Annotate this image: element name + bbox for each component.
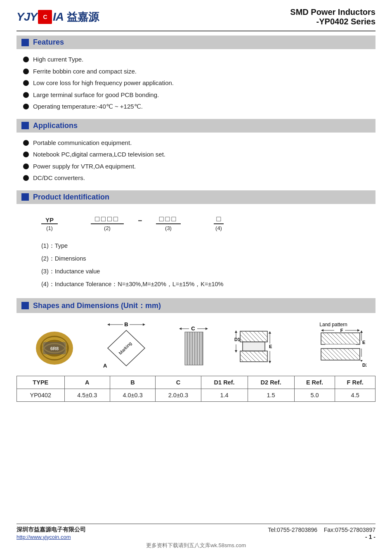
svg-line-80	[314, 349, 344, 371]
watermark: 更多资料下载请到五八文库wk.58sms.com	[17, 542, 375, 549]
cell-b: 4.0±0.3	[110, 389, 155, 402]
svg-line-54	[245, 351, 272, 371]
shapes-title: Shapes and Dimensions (Unit：mm)	[33, 301, 161, 311]
svg-marker-32	[235, 350, 237, 353]
shapes-icon	[21, 302, 29, 309]
col-e: E Ref.	[294, 376, 335, 389]
bullet-dot	[23, 152, 29, 157]
product-series: -YP0402 Series	[290, 17, 375, 26]
footer-row2: http://www.yjycoin.com - 1 -	[17, 534, 375, 540]
svg-rect-77	[325, 344, 356, 349]
col-d2: D2 Ref.	[248, 376, 294, 389]
logo: YJY C IA 益嘉源	[17, 10, 99, 24]
svg-marker-9	[107, 323, 110, 326]
svg-rect-78	[321, 349, 360, 360]
footer-page: - 1 -	[365, 534, 375, 540]
diagram-part3: □□□ (3)	[156, 215, 181, 231]
logo-area: YJY C IA 益嘉源	[17, 10, 99, 24]
part4-box: □	[217, 215, 221, 223]
list-item: Power supply for VTR,OA equipment.	[23, 162, 375, 171]
header-title: SMD Power Inductors -YP0402 Series	[290, 7, 375, 26]
svg-text:Land pattern: Land pattern	[319, 322, 347, 327]
list-item: Operating temperature:-40℃ ~ +125℃.	[23, 102, 375, 111]
cell-d2: 1.5	[248, 389, 294, 402]
bullet-dot	[23, 164, 29, 169]
bullet-dot	[23, 140, 29, 146]
col-f: F Ref.	[335, 376, 375, 389]
svg-text:E: E	[269, 344, 272, 349]
svg-text:Marking: Marking	[118, 341, 132, 356]
diamond-diagram: B A Marking	[97, 321, 155, 367]
svg-line-81	[319, 349, 348, 371]
land-pattern-diagram: Land pattern F	[300, 321, 358, 367]
table-row: YP0402 4.5±0.3 4.0±0.3 2.0±0.3 1.4 1.5 5…	[17, 389, 375, 402]
bullet-dot	[23, 57, 29, 62]
bullet-dot	[23, 104, 29, 109]
cell-a: 4.5±0.3	[64, 389, 110, 402]
svg-line-55	[249, 351, 276, 371]
applications-icon	[21, 122, 29, 129]
part3-num: (3)	[165, 225, 172, 231]
svg-marker-64	[357, 329, 360, 332]
diagram-part4: □ (4)	[214, 215, 224, 231]
svg-text:D2: D2	[362, 363, 366, 368]
svg-marker-30	[235, 330, 237, 333]
svg-marker-62	[321, 329, 324, 332]
legend-item: (4)：Inductance Tolerance：N=±30%,M=±20%，L…	[41, 280, 363, 289]
svg-marker-35	[269, 331, 271, 334]
col-a: A	[64, 376, 110, 389]
cell-f: 4.5	[335, 389, 375, 402]
svg-marker-19	[205, 327, 208, 330]
shapes-section-header: Shapes and Dimensions (Unit：mm)	[17, 298, 375, 313]
page: YJY C IA 益嘉源 SMD Power Inductors -YP0402…	[0, 0, 392, 555]
part3-boxes: □□□	[159, 215, 178, 223]
footer-fax: Fax:0755-27803897	[324, 527, 375, 533]
cell-e: 5.0	[294, 389, 335, 402]
svg-marker-37	[269, 361, 271, 363]
logo-icon-c: C	[38, 10, 52, 24]
svg-text:E: E	[362, 340, 365, 345]
product-id-diagram: YP (1) □□□□ (2) － □□□ (3)	[17, 208, 375, 237]
applications-title: Applications	[33, 121, 78, 130]
svg-rect-79	[321, 349, 360, 360]
col-type: TYPE	[17, 376, 65, 389]
svg-rect-65	[321, 333, 360, 344]
features-list: High current Type. Ferrite bobbin core a…	[17, 53, 375, 116]
svg-marker-92	[360, 330, 363, 333]
part4-num: (4)	[215, 225, 222, 231]
product-line: SMD Power Inductors	[290, 7, 375, 17]
legend-item: (1)：Type	[41, 241, 363, 251]
cell-d1: 1.4	[201, 389, 248, 402]
product-id-icon	[21, 193, 29, 201]
svg-rect-20	[185, 332, 203, 365]
logo-ia: IA	[53, 10, 64, 24]
svg-text:A: A	[103, 363, 107, 369]
svg-text:6R8: 6R8	[50, 346, 59, 351]
cell-type: YP0402	[17, 389, 65, 402]
part1-num: (1)	[46, 225, 53, 231]
svg-line-57	[257, 351, 278, 371]
svg-rect-66	[321, 333, 360, 344]
svg-line-82	[323, 349, 352, 371]
svg-line-56	[253, 351, 278, 371]
logo-yjy: YJY	[17, 10, 37, 24]
bullet-dot	[23, 69, 29, 74]
side-diagram: D1 E	[233, 325, 278, 367]
legend-item: (2)：Dimensions	[41, 254, 363, 263]
features-title: Features	[33, 38, 64, 47]
footer-url[interactable]: http://www.yjycoin.com	[17, 534, 71, 540]
product-id-section-header: Product Identification	[17, 190, 375, 204]
diagram-part1: YP (1)	[41, 216, 58, 231]
svg-text:D1: D1	[234, 337, 240, 342]
list-item: Low core loss for high frequency power a…	[23, 78, 375, 88]
features-section-header: Features	[17, 36, 375, 49]
svg-line-53	[241, 351, 268, 371]
list-item: Ferrite bobbin core and compact size.	[23, 67, 375, 76]
list-item: High current Type.	[23, 55, 375, 64]
svg-line-85	[335, 349, 365, 371]
svg-marker-17	[179, 327, 182, 330]
svg-line-83	[327, 349, 357, 371]
footer-row1: 深圳市益嘉源电子有限公司 Tel:0755-27803896 Fax:0755-…	[17, 526, 375, 534]
part2-num: (2)	[104, 225, 111, 231]
product-id-legend: (1)：Type (2)：Dimensions (3)：Inductance v…	[17, 237, 375, 295]
